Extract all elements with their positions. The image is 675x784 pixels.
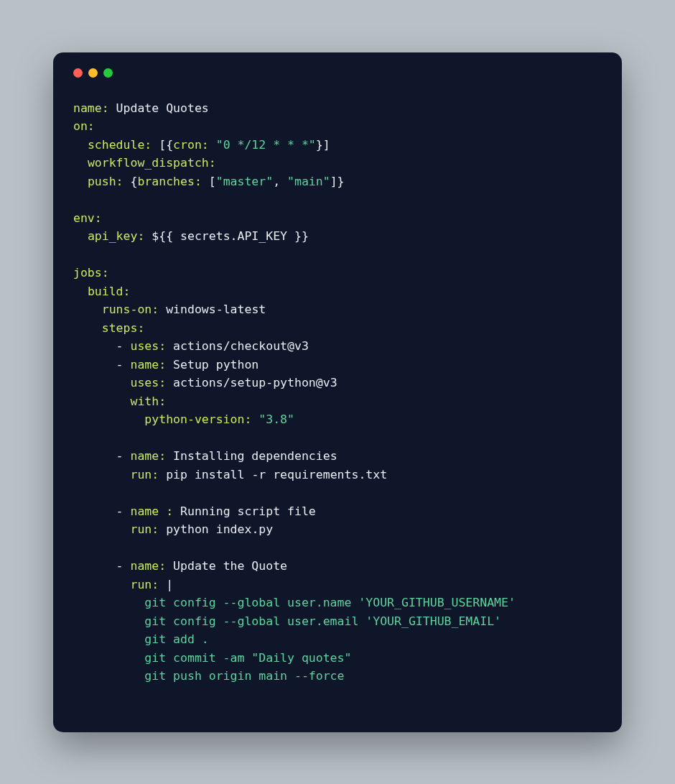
yaml-key: jobs: bbox=[73, 266, 109, 280]
traffic-lights bbox=[73, 68, 602, 78]
yaml-key: branches: bbox=[137, 175, 201, 188]
yaml-value: Running script file bbox=[180, 504, 316, 518]
yaml-value: Setup python bbox=[173, 358, 259, 372]
yaml-key: runs-on: bbox=[102, 303, 159, 316]
yaml-value: actions/setup-python@v3 bbox=[173, 376, 337, 389]
yaml-value: Installing dependencies bbox=[173, 449, 337, 463]
yaml-value: ${{ secrets.API_KEY }} bbox=[152, 229, 309, 243]
yaml-key: env: bbox=[73, 211, 102, 225]
yaml-key: uses: bbox=[130, 376, 166, 389]
yaml-string: "0 */12 * * *" bbox=[216, 138, 316, 152]
yaml-string: "3.8" bbox=[259, 412, 294, 426]
yaml-key: name: bbox=[130, 559, 166, 573]
close-icon[interactable] bbox=[73, 68, 83, 78]
yaml-key: run: bbox=[130, 522, 159, 536]
yaml-key: run: bbox=[130, 578, 159, 591]
yaml-key: push: bbox=[88, 175, 124, 188]
yaml-key: with: bbox=[130, 395, 166, 408]
yaml-value: Update Quotes bbox=[116, 101, 209, 115]
shell-line: git commit -am "Daily quotes" bbox=[144, 651, 351, 665]
yaml-key: build: bbox=[88, 285, 131, 298]
yaml-value: windows-latest bbox=[166, 303, 266, 316]
yaml-value: pip install -r requirements.txt bbox=[166, 468, 387, 481]
yaml-key: name : bbox=[130, 504, 173, 518]
terminal-window: name: Update Quotes on: schedule: [{cron… bbox=[53, 52, 622, 732]
yaml-key: cron: bbox=[173, 138, 209, 152]
shell-line: git add . bbox=[144, 632, 208, 646]
yaml-value: python index.py bbox=[166, 522, 273, 536]
yaml-string: "main" bbox=[287, 175, 330, 188]
yaml-key: uses: bbox=[130, 339, 166, 353]
yaml-string: "master" bbox=[216, 175, 273, 188]
yaml-key: name: bbox=[73, 101, 109, 115]
yaml-value: actions/checkout@v3 bbox=[173, 339, 309, 353]
shell-line: git push origin main --force bbox=[144, 669, 344, 683]
yaml-key: steps: bbox=[102, 321, 145, 335]
shell-line: git config --global user.name 'YOUR_GITH… bbox=[144, 596, 516, 609]
yaml-pipe: | bbox=[166, 578, 173, 591]
yaml-key: schedule: bbox=[88, 138, 152, 152]
minimize-icon[interactable] bbox=[88, 68, 98, 78]
yaml-key: api_key: bbox=[88, 229, 144, 243]
yaml-key: python-version: bbox=[144, 412, 251, 426]
yaml-key: name: bbox=[130, 449, 166, 463]
shell-line: git config --global user.email 'YOUR_GIT… bbox=[144, 614, 501, 628]
yaml-key: workflow_dispatch: bbox=[88, 156, 216, 170]
code-block: name: Update Quotes on: schedule: [{cron… bbox=[73, 99, 602, 686]
yaml-key: on: bbox=[73, 119, 95, 133]
maximize-icon[interactable] bbox=[103, 68, 113, 78]
yaml-key: run: bbox=[130, 468, 159, 481]
yaml-key: name: bbox=[130, 358, 166, 372]
yaml-value: Update the Quote bbox=[173, 559, 287, 573]
